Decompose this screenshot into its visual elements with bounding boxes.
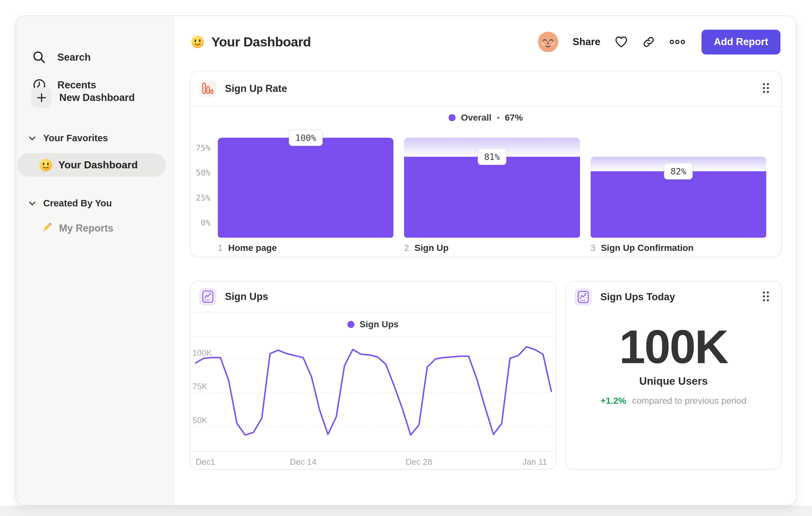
funnel-y-tick: 25% bbox=[196, 193, 210, 202]
card-header: Sign Ups Today bbox=[566, 281, 781, 313]
sidebar-item-label: My Reports bbox=[59, 222, 113, 234]
sidebar-item-label: Your Dashboard bbox=[58, 159, 138, 171]
drag-handle-icon[interactable] bbox=[762, 291, 770, 303]
smiley-emoji-icon bbox=[39, 158, 53, 172]
sidebar-item-new-dashboard[interactable]: New Dashboard bbox=[31, 87, 135, 108]
page-header: Your Dashboard Share Add Report bbox=[173, 16, 796, 68]
sidebar-item-label: Search bbox=[57, 52, 91, 63]
sidebar-item-my-reports[interactable]: My Reports bbox=[40, 221, 113, 236]
card-title: Sign Up Rate bbox=[225, 83, 287, 94]
line-y-tick: 100K bbox=[192, 348, 212, 358]
legend-value: 67% bbox=[505, 113, 523, 123]
section-label: Created By You bbox=[43, 198, 112, 209]
chevron-down-icon bbox=[28, 136, 36, 141]
card-title: Sign Ups Today bbox=[600, 291, 675, 303]
ellipsis-icon[interactable] bbox=[669, 39, 685, 45]
bar-chart-icon bbox=[199, 80, 216, 97]
line-x-tick: Dec 14 bbox=[290, 457, 316, 467]
sign-ups-card: Sign Ups Sign Ups 100K75K50K Dec1Dec 14D… bbox=[190, 281, 556, 469]
funnel-y-tick: 0% bbox=[201, 218, 210, 227]
delta-note: compared to previous period bbox=[632, 396, 747, 406]
app-window: Search Recents New Dashboard Your Favori… bbox=[16, 16, 796, 506]
drag-handle-icon[interactable] bbox=[762, 82, 770, 95]
funnel-legend[interactable]: Overall • 67% bbox=[191, 107, 781, 128]
background-strip bbox=[0, 506, 812, 516]
funnel-step-label: 3Sign Up Confirmation bbox=[591, 243, 766, 253]
line-chart-icon bbox=[199, 288, 216, 305]
line-x-tick: Dec1 bbox=[196, 457, 215, 467]
section-label: Your Favorites bbox=[43, 133, 108, 143]
pencil-emoji-icon bbox=[40, 221, 53, 236]
add-report-button[interactable]: Add Report bbox=[701, 30, 780, 55]
legend-separator: • bbox=[497, 113, 499, 123]
funnel-bar-fill bbox=[591, 171, 766, 238]
sidebar-section-your-favorites[interactable]: Your Favorites bbox=[28, 133, 108, 143]
line-y-tick: 75K bbox=[192, 382, 207, 391]
funnel-plot: 100%81%82% bbox=[218, 138, 766, 238]
funnel-value-chip: 100% bbox=[289, 130, 323, 146]
search-icon bbox=[29, 47, 50, 68]
line-x-tick: Jan 11 bbox=[523, 457, 547, 467]
heart-icon[interactable] bbox=[614, 36, 628, 48]
card-header: Sign Up Rate bbox=[191, 71, 781, 107]
main-content: Your Dashboard Share Add Report bbox=[173, 16, 796, 505]
step-name: Home page bbox=[228, 243, 277, 253]
funnel-bar-fill bbox=[404, 157, 580, 238]
sidebar-item-search[interactable]: Search bbox=[29, 47, 91, 68]
card-title: Sign Ups bbox=[225, 291, 268, 302]
share-button[interactable]: Share bbox=[573, 36, 600, 48]
step-index: 2 bbox=[404, 243, 409, 253]
line-y-tick: 50K bbox=[192, 415, 207, 425]
funnel-bar-fill bbox=[218, 138, 394, 238]
sidebar-item-label: New Dashboard bbox=[59, 92, 135, 104]
funnel-step-labels: 1Home page2Sign Up3Sign Up Confirmation bbox=[218, 243, 766, 253]
metric-delta-row: +1.2% compared to previous period bbox=[566, 396, 781, 406]
line-x-axis: Dec1Dec 14Dec 28Jan 11 bbox=[191, 452, 555, 470]
legend-dot bbox=[448, 114, 456, 121]
legend-label: Sign Ups bbox=[359, 319, 399, 330]
line-plot[interactable]: 100K75K50K bbox=[191, 337, 555, 452]
link-icon[interactable] bbox=[642, 35, 655, 48]
step-name: Sign Up Confirmation bbox=[601, 243, 694, 253]
plus-icon bbox=[31, 87, 52, 108]
funnel-value-chip: 82% bbox=[664, 163, 693, 180]
sidebar: Search Recents New Dashboard Your Favori… bbox=[16, 16, 173, 505]
line-x-tick: Dec 28 bbox=[406, 457, 432, 467]
funnel-step-label: 1Home page bbox=[218, 243, 394, 253]
legend-label: Overall bbox=[461, 113, 491, 123]
sidebar-section-created-by-you[interactable]: Created By You bbox=[28, 198, 112, 209]
sign-up-rate-card: Sign Up Rate Overall • 67% 75%50%25%0% 1… bbox=[190, 71, 782, 257]
sidebar-item-your-dashboard[interactable]: Your Dashboard bbox=[17, 153, 166, 177]
funnel-y-tick: 50% bbox=[196, 168, 210, 178]
legend-dot bbox=[347, 321, 354, 328]
line-chart-icon bbox=[575, 289, 591, 305]
line-legend[interactable]: Sign Ups bbox=[191, 313, 555, 337]
sign-ups-today-card: Sign Ups Today 100K Unique Users +1.2% c… bbox=[565, 281, 782, 469]
step-index: 1 bbox=[218, 243, 223, 253]
metric-value: 100K bbox=[566, 323, 781, 371]
avatar[interactable] bbox=[538, 32, 558, 52]
chevron-down-icon bbox=[28, 201, 36, 206]
metric-caption: Unique Users bbox=[566, 375, 781, 387]
step-index: 3 bbox=[591, 243, 596, 253]
funnel-y-tick: 75% bbox=[196, 143, 210, 152]
funnel-value-chip: 81% bbox=[478, 148, 506, 165]
line-chart-svg bbox=[191, 337, 555, 451]
header-actions: Share Add Report bbox=[538, 16, 780, 68]
card-header: Sign Ups bbox=[191, 281, 555, 313]
funnel-step-label: 2Sign Up bbox=[404, 243, 580, 253]
funnel-y-axis: 75%50%25%0% bbox=[191, 127, 212, 227]
page-title: Your Dashboard bbox=[211, 34, 311, 50]
smiley-emoji-icon bbox=[191, 35, 204, 49]
step-name: Sign Up bbox=[414, 243, 448, 253]
delta-value: +1.2% bbox=[601, 396, 627, 406]
funnel-bar[interactable] bbox=[218, 138, 394, 238]
